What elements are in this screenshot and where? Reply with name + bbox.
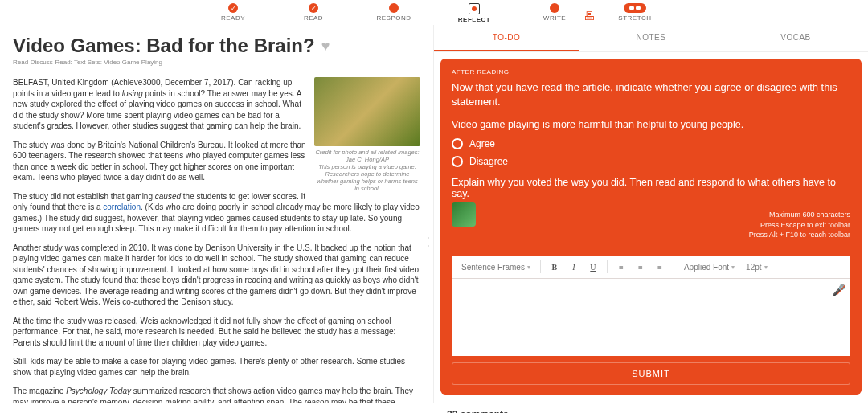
article-pane: Video Games: Bad for the Brain?♥ Read-Di… (0, 25, 434, 403)
panel-statement: Video game playing is more harmful than … (452, 119, 850, 130)
panel-tag: AFTER READING (452, 68, 850, 76)
step-write[interactable]: WRITE (530, 3, 579, 22)
pane-resize-handle[interactable]: ⋮⋮ (428, 234, 434, 250)
italic-button[interactable]: I (565, 259, 583, 275)
font-size-dropdown[interactable]: 12pt (741, 261, 772, 273)
sentence-frames-dropdown[interactable]: Sentence Frames (457, 261, 535, 273)
article-image: Credit for photo and all related images:… (314, 77, 420, 192)
article-title: Video Games: Bad for the Brain?♥ (13, 35, 420, 57)
align-center-button[interactable]: ≡ (632, 259, 649, 275)
submit-button[interactable]: SUBMIT (452, 362, 850, 385)
radio-disagree[interactable]: Disagree (452, 156, 850, 167)
tab-vocab[interactable]: VOCAB (723, 25, 868, 51)
align-right-button[interactable]: ≡ (651, 259, 669, 275)
step-ready[interactable]: READY (209, 3, 257, 22)
panel-prompt: Now that you have read the article, indi… (452, 80, 850, 109)
mic-muted-icon[interactable]: 🎤̸ (832, 284, 845, 296)
editor-hints: Maximum 600 characters Press Escape to e… (749, 210, 850, 240)
response-textarea[interactable] (452, 279, 850, 356)
breadcrumb: Read-Discuss-Read: Text Sets: Video Game… (13, 59, 420, 66)
link-correlation[interactable]: correlation (103, 202, 141, 211)
tab-notes[interactable]: NOTES (579, 25, 723, 51)
reflect-panel: AFTER READING Now that you have read the… (440, 59, 862, 395)
progress-steps: READY READ RESPOND REFLECT WRITE STRETCH… (0, 0, 868, 25)
align-left-button[interactable]: ≡ (612, 259, 630, 275)
step-reflect[interactable]: REFLECT (450, 3, 498, 23)
radio-agree[interactable]: Agree (452, 138, 850, 149)
step-read[interactable]: READ (289, 3, 338, 22)
activity-pane: TO-DO NOTES VOCAB AFTER READING Now that… (434, 25, 868, 403)
underline-button[interactable]: U (584, 259, 602, 275)
step-stretch[interactable]: STRETCH (611, 3, 659, 22)
explain-prompt: Explain why you voted the way you did. T… (452, 177, 850, 199)
step-respond[interactable]: RESPOND (370, 3, 418, 22)
favorite-icon[interactable]: ♥ (321, 38, 330, 55)
comments-count: 22 comments (434, 401, 868, 413)
print-icon[interactable]: 🖶 (583, 10, 595, 22)
response-editor: Sentence Frames B I U ≡ ≡ ≡ Applied Font… (452, 256, 850, 356)
tab-todo[interactable]: TO-DO (434, 25, 579, 51)
user-avatar (452, 202, 476, 227)
bold-button[interactable]: B (546, 259, 563, 275)
font-dropdown[interactable]: Applied Font (679, 261, 739, 273)
